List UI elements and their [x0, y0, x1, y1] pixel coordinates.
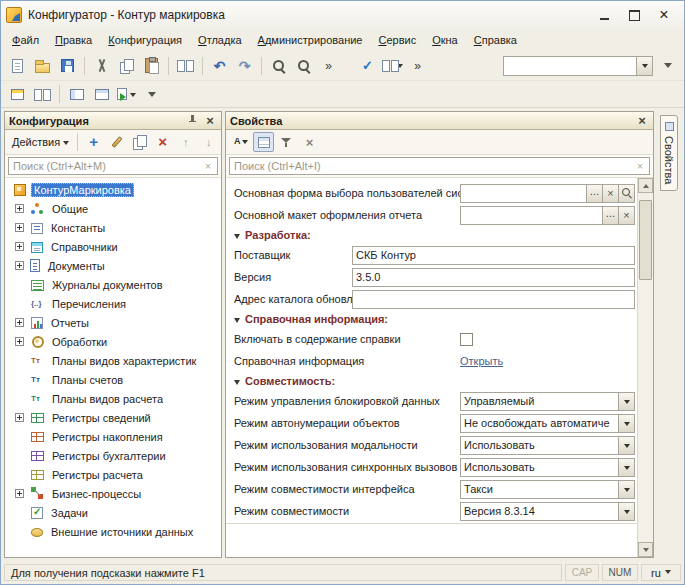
dropdown-arrow-icon[interactable]	[618, 393, 634, 410]
expand-icon[interactable]	[15, 489, 24, 498]
tree-search-input[interactable]	[8, 157, 218, 175]
properties-scrollbar[interactable]	[637, 178, 653, 557]
menu-help[interactable]: Справка	[466, 31, 525, 49]
tree-item-chart-of-accounts[interactable]: Планы счетов	[5, 370, 221, 389]
section-help-info[interactable]: Справочная информация:	[226, 310, 637, 328]
main-user-choice-form-field[interactable]	[460, 184, 635, 203]
maximize-button[interactable]	[619, 5, 649, 25]
actions-menu-button[interactable]: Действия	[8, 134, 73, 150]
find-button[interactable]	[267, 55, 290, 77]
dropdown-arrow-icon[interactable]	[618, 503, 634, 520]
compare-merge-button[interactable]	[381, 55, 404, 77]
move-up-button[interactable]	[175, 132, 196, 152]
toolbar-overflow-down-button[interactable]	[656, 55, 679, 77]
menu-windows[interactable]: Окна	[424, 31, 466, 49]
dropdown-arrow-icon[interactable]	[618, 415, 634, 432]
scrollbar-thumb[interactable]	[639, 200, 652, 280]
dropdown-arrow-icon[interactable]	[618, 437, 634, 454]
syntax-check-button[interactable]	[356, 55, 379, 77]
tree-item-common[interactable]: Общие	[5, 199, 221, 218]
dropdown-arrow-icon[interactable]	[618, 459, 634, 476]
configuration-store-button[interactable]	[6, 83, 29, 105]
open-lookup-button[interactable]	[618, 185, 634, 202]
properties-dock-tab[interactable]: Свойства	[660, 115, 678, 191]
tree-item-characteristic-types[interactable]: Планы видов характеристик	[5, 351, 221, 370]
new-document-button[interactable]	[6, 55, 29, 77]
paste-button[interactable]	[140, 55, 163, 77]
filter-button[interactable]	[276, 132, 297, 152]
compare-configurations-button[interactable]	[31, 83, 54, 105]
tree-item-accumulation-registers[interactable]: Регистры накопления	[5, 427, 221, 446]
tree-item-catalogs[interactable]: Справочники	[5, 237, 221, 256]
data-lock-mode-dropdown[interactable]: Управляемый	[460, 392, 635, 411]
toolbar-overflow-button-2[interactable]	[406, 55, 429, 77]
choose-button[interactable]	[602, 207, 618, 224]
toolbar-overflow-button[interactable]	[317, 55, 340, 77]
language-indicator[interactable]: ru	[641, 564, 681, 581]
expand-icon[interactable]	[15, 223, 24, 232]
clear-search-icon[interactable]	[634, 160, 646, 172]
tree-item-business-processes[interactable]: Бизнес-процессы	[5, 484, 221, 503]
menu-service[interactable]: Сервис	[370, 31, 424, 49]
expand-icon[interactable]	[15, 242, 24, 251]
copy-button[interactable]	[115, 55, 138, 77]
add-button[interactable]	[83, 132, 104, 152]
compare-files-button[interactable]	[174, 55, 197, 77]
sort-alphabetical-button[interactable]	[230, 132, 251, 152]
expand-icon[interactable]	[15, 261, 24, 270]
tree-item-tasks[interactable]: Задачи	[5, 503, 221, 522]
compatibility-mode-dropdown[interactable]: Версия 8.3.14	[460, 502, 635, 521]
clear-search-icon[interactable]	[202, 160, 214, 172]
update-catalog-address-field[interactable]	[352, 290, 635, 309]
close-panel-icon[interactable]	[203, 114, 217, 128]
tree-item-external-data-sources[interactable]: Внешние источники данных	[5, 522, 221, 541]
menu-edit[interactable]: Правка	[47, 31, 100, 49]
expand-icon[interactable]	[15, 318, 24, 327]
run-document-button[interactable]	[115, 83, 138, 105]
main-report-template-field[interactable]	[460, 206, 635, 225]
move-down-button[interactable]	[198, 132, 219, 152]
section-compatibility[interactable]: Совместимость:	[226, 372, 637, 390]
close-button[interactable]	[649, 5, 679, 25]
clone-button[interactable]	[129, 132, 150, 152]
expand-icon[interactable]	[15, 413, 24, 422]
tree-item-data-processors[interactable]: Обработки	[5, 332, 221, 351]
sync-calls-mode-dropdown[interactable]: Использовать	[460, 458, 635, 477]
cut-button[interactable]	[90, 55, 113, 77]
choose-button[interactable]	[586, 185, 602, 202]
minimize-button[interactable]	[589, 5, 619, 25]
open-windows-button[interactable]	[90, 83, 113, 105]
redo-button[interactable]	[233, 55, 256, 77]
version-field[interactable]: 3.5.0	[352, 268, 635, 287]
vendor-field[interactable]: СКБ Контур	[352, 246, 635, 265]
clear-value-button[interactable]	[618, 207, 634, 224]
clear-button[interactable]	[299, 132, 320, 152]
tree-item-enums[interactable]: Перечисления	[5, 294, 221, 313]
tree-item-constants[interactable]: Константы	[5, 218, 221, 237]
tree-item-documents[interactable]: Документы	[5, 256, 221, 275]
tree-item-document-journals[interactable]: Журналы документов	[5, 275, 221, 294]
window-select-combo[interactable]	[503, 56, 653, 76]
menu-file[interactable]: Файл	[4, 31, 47, 49]
delete-button[interactable]	[152, 132, 173, 152]
edit-button[interactable]	[106, 132, 127, 152]
modality-mode-dropdown[interactable]: Использовать	[460, 436, 635, 455]
autonumbering-mode-dropdown[interactable]: Не освобождать автоматиче	[460, 414, 635, 433]
menu-debug[interactable]: Отладка	[190, 31, 250, 49]
menu-configuration[interactable]: Конфигурация	[100, 31, 190, 49]
open-button[interactable]	[31, 55, 54, 77]
scroll-up-button[interactable]	[638, 178, 653, 193]
tree-item-information-registers[interactable]: Регистры сведений	[5, 408, 221, 427]
interface-compatibility-dropdown[interactable]: Такси	[460, 480, 635, 499]
tree-root[interactable]: КонтурМаркировка	[5, 180, 221, 199]
combo-dropdown-arrow-icon[interactable]	[636, 57, 652, 75]
section-development[interactable]: Разработка:	[226, 226, 637, 244]
expand-icon[interactable]	[15, 337, 24, 346]
save-button[interactable]	[56, 55, 79, 77]
close-panel-icon[interactable]	[635, 114, 649, 128]
global-search-button[interactable]	[292, 55, 315, 77]
open-help-info-link[interactable]: Открыть	[460, 355, 503, 367]
view-by-categories-button[interactable]	[253, 132, 274, 152]
scroll-down-button[interactable]	[638, 542, 653, 557]
expand-icon[interactable]	[15, 204, 24, 213]
